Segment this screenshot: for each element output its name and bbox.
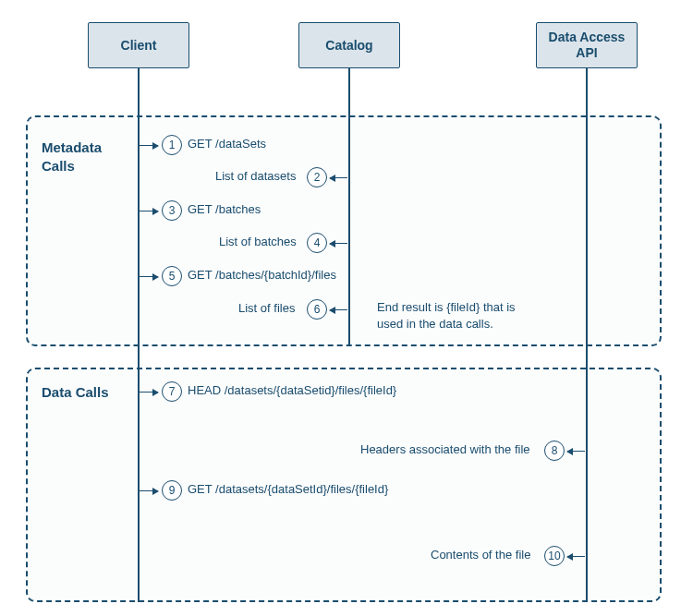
actor-data-access-label: Data Access API [542, 30, 631, 61]
arrow-step3-stub [140, 211, 158, 211]
step-4-label: List of batches [219, 235, 297, 248]
arrow-step4-stub [330, 243, 347, 244]
note-end-result: End result is {fileId} that is used in t… [377, 299, 543, 332]
step-8-label: Headers associated with the file [360, 442, 530, 456]
step-10-circle: 10 [544, 546, 565, 566]
arrow-step9-stub [140, 490, 158, 491]
arrow-step7-stub [140, 392, 158, 393]
step-8-circle: 8 [544, 441, 565, 461]
actor-catalog-label: Catalog [325, 38, 372, 54]
section-metadata-label: Metadata Calls [42, 139, 106, 175]
actor-client: Client [88, 22, 189, 68]
arrow-step6-stub [330, 309, 347, 310]
step-9-circle: 9 [162, 480, 182, 501]
step-10-label: Contents of the file [431, 548, 530, 562]
step-1-circle: 1 [162, 135, 182, 155]
sequence-diagram: Client Catalog Data Access API Metadata … [0, 0, 693, 616]
step-5-label: GET /batches/{batchId}/files [188, 268, 336, 282]
actor-catalog: Catalog [298, 22, 400, 68]
arrow-step5-stub [140, 276, 158, 277]
section-metadata [26, 115, 662, 346]
actor-client-label: Client [121, 38, 157, 54]
section-data-label: Data Calls [42, 383, 109, 402]
step-2-circle: 2 [307, 167, 327, 187]
step-5-circle: 5 [162, 266, 182, 286]
step-6-label: List of files [238, 301, 295, 315]
step-1-label: GET /dataSets [188, 137, 266, 151]
step-6-circle: 6 [307, 299, 327, 320]
arrow-step1-stub [140, 145, 158, 146]
step-3-circle: 3 [162, 200, 182, 221]
step-7-circle: 7 [162, 381, 182, 402]
step-9-label: GET /datasets/{dataSetId}/files/{fileId} [188, 482, 388, 496]
arrow-step10-stub [567, 556, 585, 557]
step-4-circle: 4 [307, 233, 327, 253]
step-2-label: List of datasets [215, 169, 296, 183]
arrow-step8-stub [567, 451, 585, 452]
actor-data-access: Data Access API [536, 22, 638, 68]
step-7-label: HEAD /datasets/{dataSetid}/files/{fileId… [188, 383, 396, 397]
arrow-step2-stub [330, 177, 347, 178]
step-3-label: GET /batches [188, 202, 261, 216]
